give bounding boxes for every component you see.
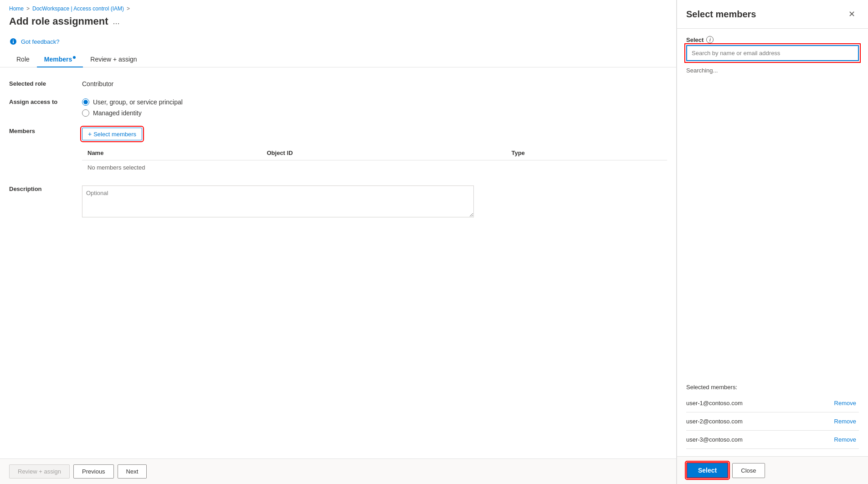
right-panel-body: Select i Searching... Selected members: … <box>677 29 868 456</box>
table-header-row: Name Object ID Type <box>82 146 667 160</box>
selected-members-label: Selected members: <box>686 384 859 391</box>
right-panel-title: Select members <box>686 9 756 20</box>
member-email-1: user-1@contoso.com <box>686 400 743 407</box>
search-input-wrapper <box>686 45 859 61</box>
main-container: Home > DocWorkspace | Access control (IA… <box>0 0 868 484</box>
description-row: Description <box>9 184 667 219</box>
description-label: Description <box>9 184 82 192</box>
selected-role-row: Selected role Contributor <box>9 78 667 88</box>
search-section: Select i <box>686 36 859 61</box>
empty-message: No members selected <box>82 160 667 175</box>
description-value <box>82 184 667 219</box>
breadcrumb-home[interactable]: Home <box>9 5 24 12</box>
close-button[interactable]: Close <box>732 463 765 478</box>
bottom-bar: Review + assign Previous Next <box>0 458 676 484</box>
select-button[interactable]: Select <box>686 462 729 479</box>
tab-role[interactable]: Role <box>9 52 37 67</box>
radio-group: User, group, or service principal Manage… <box>82 98 667 117</box>
breadcrumb-workspace[interactable]: DocWorkspace | Access control (IAM) <box>32 5 124 12</box>
members-table: Name Object ID Type No members selected <box>82 146 667 175</box>
tab-members[interactable]: Members <box>37 52 83 67</box>
feedback-icon <box>9 37 17 46</box>
next-button[interactable]: Next <box>118 464 147 479</box>
right-panel: Select members ✕ Select i Searching... S… <box>677 0 868 484</box>
list-item: user-1@contoso.com Remove <box>686 394 859 412</box>
radio-managed[interactable]: Managed identity <box>82 109 667 117</box>
description-textarea[interactable] <box>82 185 474 217</box>
selected-members-section: Selected members: user-1@contoso.com Rem… <box>686 376 859 449</box>
review-assign-button: Review + assign <box>9 464 70 479</box>
feedback-bar[interactable]: Got feedback? <box>0 35 676 52</box>
member-email-2: user-2@contoso.com <box>686 418 743 425</box>
radio-user[interactable]: User, group, or service principal <box>82 98 667 106</box>
plus-icon: + <box>88 130 92 138</box>
searching-status: Searching... <box>686 67 859 74</box>
info-icon[interactable]: i <box>706 36 714 43</box>
assign-access-options: User, group, or service principal Manage… <box>82 97 667 117</box>
close-panel-button[interactable]: ✕ <box>845 7 859 21</box>
feedback-label: Got feedback? <box>21 38 60 45</box>
searching-text: Searching... <box>686 65 718 76</box>
radio-managed-label: Managed identity <box>93 109 142 117</box>
col-name: Name <box>82 146 262 160</box>
select-label-row: Select i <box>686 36 859 43</box>
breadcrumb-sep-1: > <box>26 5 30 12</box>
form-content: Selected role Contributor Assign access … <box>0 67 676 458</box>
members-row: Members + Select members Name Object ID … <box>9 126 667 175</box>
tab-review-assign[interactable]: Review + assign <box>83 52 144 67</box>
col-type: Type <box>506 146 667 160</box>
select-label: Select <box>686 36 704 43</box>
search-input[interactable] <box>687 46 858 60</box>
remove-member-3-button[interactable]: Remove <box>832 435 859 444</box>
assign-access-row: Assign access to User, group, or service… <box>9 97 667 117</box>
right-panel-footer: Select Close <box>677 456 868 484</box>
breadcrumb: Home > DocWorkspace | Access control (IA… <box>0 0 676 12</box>
select-members-button[interactable]: + Select members <box>82 128 142 140</box>
selected-role-label: Selected role <box>9 78 82 87</box>
list-item: user-3@contoso.com Remove <box>686 431 859 449</box>
previous-button[interactable]: Previous <box>73 464 114 479</box>
right-panel-header: Select members ✕ <box>677 0 868 29</box>
member-email-3: user-3@contoso.com <box>686 436 743 443</box>
radio-user-label: User, group, or service principal <box>93 98 183 106</box>
page-title: Add role assignment <box>9 15 108 27</box>
col-object-id: Object ID <box>262 146 506 160</box>
remove-member-1-button[interactable]: Remove <box>832 399 859 407</box>
left-panel: Home > DocWorkspace | Access control (IA… <box>0 0 677 484</box>
members-tab-dot <box>73 56 76 59</box>
table-row-empty: No members selected <box>82 160 667 175</box>
page-title-area: Add role assignment ... <box>0 12 676 35</box>
list-item: user-2@contoso.com Remove <box>686 412 859 431</box>
selected-role-value: Contributor <box>82 78 667 88</box>
assign-access-label: Assign access to <box>9 97 82 105</box>
members-label: Members <box>9 126 82 134</box>
members-value: + Select members Name Object ID Type <box>82 126 667 175</box>
tabs-area: Role Members Review + assign <box>0 52 676 67</box>
breadcrumb-sep-2: > <box>127 5 130 12</box>
radio-managed-input[interactable] <box>82 109 89 117</box>
remove-member-2-button[interactable]: Remove <box>832 417 859 426</box>
page-ellipsis-button[interactable]: ... <box>113 17 120 26</box>
select-members-label: Select members <box>93 131 136 138</box>
radio-user-input[interactable] <box>82 98 89 106</box>
